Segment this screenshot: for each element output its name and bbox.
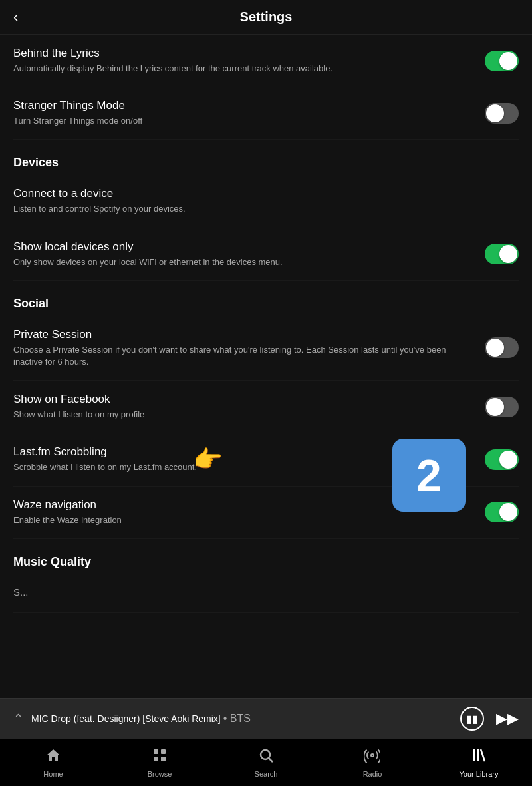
setting-stranger-things[interactable]: Stranger Things Mode Turn Stranger Thing… (13, 87, 519, 140)
now-playing-info: MIC Drop (feat. Desiigner) [Steve Aoki R… (31, 713, 251, 725)
toggle-stranger-things[interactable] (485, 103, 519, 124)
setting-private-session[interactable]: Private Session Choose a Private Session… (13, 316, 519, 381)
radio-icon (364, 747, 380, 767)
svg-rect-7 (473, 749, 475, 761)
setting-lastfm[interactable]: Last.fm Scrobbling Scrobble what I liste… (13, 433, 519, 486)
expand-icon[interactable]: ⌃ (13, 711, 23, 726)
setting-title: Show on Facebook (13, 393, 471, 406)
setting-title: Private Session (13, 328, 471, 341)
section-header-text: Music Quality (13, 555, 519, 569)
svg-rect-0 (154, 749, 158, 754)
setting-desc: Listen to and control Spotify on your de… (13, 203, 505, 215)
setting-title: Show local devices only (13, 240, 471, 254)
svg-rect-3 (161, 757, 166, 761)
setting-show-facebook[interactable]: Show on Facebook Show what I listen to o… (13, 381, 519, 433)
toggle-waze[interactable] (485, 502, 519, 522)
nav-label-search: Search (255, 770, 278, 778)
nav-item-library[interactable]: Your Library (426, 747, 532, 778)
nav-label-radio: Radio (363, 770, 382, 778)
setting-desc: Only show devices on your local WiFi or … (13, 256, 471, 268)
section-header-text: Devices (13, 156, 519, 170)
section-header-text: Social (13, 297, 519, 311)
toggle-behind-the-lyrics[interactable] (485, 51, 519, 71)
settings-content: Behind the Lyrics Automatically display … (0, 35, 532, 706)
nav-item-home[interactable]: Home (0, 747, 106, 778)
svg-rect-2 (154, 757, 158, 761)
setting-behind-the-lyrics[interactable]: Behind the Lyrics Automatically display … (13, 35, 519, 87)
toggle-lastfm[interactable] (485, 449, 519, 470)
badge-number: 2 (416, 449, 442, 501)
hand-cursor-icon: 👉 (193, 445, 223, 473)
svg-point-6 (371, 754, 374, 757)
back-button[interactable]: ‹ (13, 9, 18, 26)
nav-label-home: Home (43, 770, 63, 778)
setting-desc: Automatically display Behind the Lyrics … (13, 63, 471, 75)
setting-title: Stranger Things Mode (13, 99, 471, 112)
now-playing-artist: • BTS (223, 713, 251, 724)
bottom-nav: Home Browse Search (0, 739, 532, 786)
svg-point-4 (261, 750, 270, 759)
section-social: Social (13, 281, 519, 316)
playback-controls: ▮▮ ▶▶ (460, 707, 519, 731)
svg-line-5 (269, 759, 273, 763)
toggle-show-facebook[interactable] (485, 397, 519, 417)
search-icon (258, 747, 274, 767)
now-playing-bar[interactable]: ⌃ MIC Drop (feat. Desiigner) [Steve Aoki… (0, 698, 532, 739)
nav-item-radio[interactable]: Radio (319, 747, 426, 778)
setting-title: Connect to a device (13, 187, 505, 200)
browse-icon (152, 747, 168, 767)
page-title: Settings (240, 9, 293, 25)
pause-button[interactable]: ▮▮ (460, 707, 484, 731)
section-devices: Devices (13, 140, 519, 175)
nav-label-browse: Browse (148, 770, 172, 778)
setting-desc: Turn Stranger Things mode on/off (13, 115, 471, 127)
nav-label-library: Your Library (460, 770, 499, 778)
svg-rect-8 (477, 749, 479, 761)
toggle-local-devices[interactable] (485, 244, 519, 264)
now-playing-title: MIC Drop (feat. Desiigner) [Steve Aoki R… (31, 713, 223, 724)
setting-desc: Show what I listen to on my profile (13, 409, 471, 421)
setting-local-devices[interactable]: Show local devices only Only show device… (13, 228, 519, 281)
number-badge: 2 (392, 439, 466, 512)
toggle-private-session[interactable] (485, 337, 519, 358)
section-music-quality: Music Quality (13, 539, 519, 574)
setting-desc: Choose a Private Session if you don't wa… (13, 344, 471, 368)
nav-item-browse[interactable]: Browse (106, 747, 213, 778)
setting-desc: Enable the Waze integration (13, 514, 471, 526)
nav-item-search[interactable]: Search (213, 747, 319, 778)
setting-title: S... (13, 586, 519, 598)
library-icon (471, 747, 487, 767)
skip-next-button[interactable]: ▶▶ (496, 710, 519, 727)
setting-streaming-quality[interactable]: S... (13, 574, 519, 613)
setting-title: Behind the Lyrics (13, 47, 471, 60)
pause-icon: ▮▮ (466, 713, 478, 725)
settings-header: ‹ Settings (0, 0, 532, 35)
home-icon (45, 747, 61, 767)
svg-rect-1 (161, 749, 166, 754)
setting-connect-device[interactable]: Connect to a device Listen to and contro… (13, 175, 519, 228)
